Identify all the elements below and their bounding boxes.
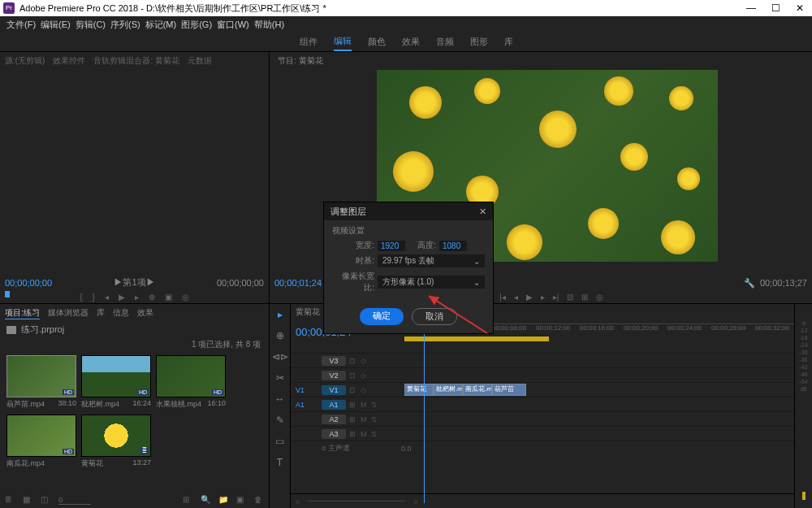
sequence-tab[interactable]: 黄菊花 xyxy=(296,306,320,318)
source-tab-mixer[interactable]: 音轨剪辑混合器: 黄菊花 xyxy=(93,55,179,67)
ok-button[interactable]: 确定 xyxy=(360,308,404,325)
prog-lift-icon[interactable]: ⊟ xyxy=(567,293,573,302)
menu-clip[interactable]: 剪辑(C) xyxy=(76,19,106,31)
toggle-output-icon[interactable]: ⊡ xyxy=(349,386,356,394)
program-tab[interactable]: 节目: 黄菊花 xyxy=(274,52,326,70)
toggle-lock-icon[interactable]: S xyxy=(372,401,377,409)
track-label-v2[interactable]: V2 xyxy=(322,371,346,380)
delete-icon[interactable]: 🗑 xyxy=(254,495,264,505)
project-tab-project[interactable]: 项目:练习 xyxy=(5,307,40,319)
source-step-back-icon[interactable]: ◂ xyxy=(105,293,109,302)
toggle-mute-icon[interactable]: ⊞ xyxy=(349,415,356,423)
pen-tool-icon[interactable]: ✎ xyxy=(274,415,286,426)
source-overwrite-icon[interactable]: ▣ xyxy=(165,293,172,302)
prog-extract-icon[interactable]: ⊞ xyxy=(581,293,588,302)
maximize-button[interactable]: ☐ xyxy=(763,0,788,16)
zoom-slider[interactable]: o xyxy=(58,495,91,505)
source-export-frame-icon[interactable]: ◎ xyxy=(182,293,189,302)
menu-help[interactable]: 帮助(H) xyxy=(254,19,284,31)
toggle-mute-icon[interactable]: ⊞ xyxy=(349,430,356,438)
track-label-v1[interactable]: V1 xyxy=(322,385,346,395)
source-mark-out-icon[interactable]: } xyxy=(93,293,95,302)
auto-seq-icon[interactable]: ⊞ xyxy=(183,495,192,505)
project-tab-effects[interactable]: 效果 xyxy=(137,307,153,319)
toggle-lock-icon[interactable]: ◇ xyxy=(361,371,366,380)
timeline-zoom-out-icon[interactable]: ○ xyxy=(296,497,300,506)
wrench-icon[interactable]: 🔧 xyxy=(744,278,755,288)
height-input[interactable]: 1080 xyxy=(439,241,467,251)
source-tab-effectcontrols[interactable]: 效果控件 xyxy=(53,55,85,67)
prog-step-fwd-icon[interactable]: ▸ xyxy=(541,293,545,302)
source-play-icon[interactable]: ▶ xyxy=(119,293,125,302)
freeform-view-icon[interactable]: ◫ xyxy=(41,495,50,505)
timebase-dropdown[interactable]: 29.97 fps 丢帧⌄ xyxy=(378,254,485,267)
toggle-lock-icon[interactable]: S xyxy=(372,430,377,438)
prog-go-out-icon[interactable]: ▸| xyxy=(553,293,559,302)
find-icon[interactable]: 🔍 xyxy=(201,495,210,505)
prog-export-frame-icon[interactable]: ◎ xyxy=(596,293,603,302)
clip-thumb[interactable]: HD xyxy=(156,355,226,397)
toggle-output-icon[interactable]: ⊡ xyxy=(349,357,356,365)
par-dropdown[interactable]: 方形像素 (1.0)⌄ xyxy=(378,276,485,289)
minimize-button[interactable]: — xyxy=(739,0,763,16)
tab-audio[interactable]: 音频 xyxy=(436,33,454,50)
track-label-a2[interactable]: A2 xyxy=(322,415,346,424)
dialog-close-icon[interactable]: ✕ xyxy=(479,206,486,217)
toggle-lock-icon[interactable]: ◇ xyxy=(361,386,366,394)
menu-graphics[interactable]: 图形(G) xyxy=(181,19,212,31)
toggle-solo-icon[interactable]: M xyxy=(361,415,367,423)
menu-window[interactable]: 窗口(W) xyxy=(217,19,249,31)
source-zoom[interactable]: ▶第1项▶ xyxy=(114,276,154,289)
source-insert-icon[interactable]: ⊕ xyxy=(149,293,155,302)
clip-v1-3[interactable]: 南瓜花.m xyxy=(463,384,492,396)
clip-thumb[interactable]: HD xyxy=(6,415,76,457)
tab-effects[interactable]: 效果 xyxy=(402,33,420,50)
toggle-output-icon[interactable]: ⊡ xyxy=(349,371,356,380)
toggle-lock-icon[interactable]: ◇ xyxy=(361,357,366,365)
clip-v1-2[interactable]: 枇杷树.m xyxy=(434,384,463,396)
tab-color[interactable]: 颜色 xyxy=(368,33,386,50)
clip-v1-4[interactable]: 葫芦苗 xyxy=(492,384,526,396)
new-bin-icon[interactable]: 📁 xyxy=(218,495,228,505)
cancel-button[interactable]: 取消 xyxy=(412,308,457,325)
work-area-bar[interactable] xyxy=(404,336,549,341)
sequence-thumb[interactable]: ≣ xyxy=(81,415,151,457)
tab-libraries[interactable]: 库 xyxy=(504,33,513,50)
source-tab-source[interactable]: 源:(无剪辑) xyxy=(5,55,45,67)
source-tab-metadata[interactable]: 元数据 xyxy=(188,55,212,67)
source-mark-in-icon[interactable]: { xyxy=(80,293,82,302)
timeline-zoom-slider[interactable] xyxy=(308,501,405,501)
timeline-zoom-in-icon[interactable]: ○ xyxy=(413,497,417,506)
selection-tool-icon[interactable]: ▸ xyxy=(274,309,286,320)
clip-thumb[interactable]: HD xyxy=(81,355,151,397)
toggle-solo-icon[interactable]: M xyxy=(361,430,367,438)
track-label-v3[interactable]: V3 xyxy=(322,356,346,366)
clip-v1-1[interactable]: 黄菊花 xyxy=(404,384,434,396)
icon-view-icon[interactable]: ▦ xyxy=(23,495,32,505)
track-select-tool-icon[interactable]: ⊕ xyxy=(274,330,286,341)
razor-tool-icon[interactable]: ✂ xyxy=(274,372,286,384)
ripple-tool-icon[interactable]: ⊲⊳ xyxy=(274,351,286,363)
rectangle-tool-icon[interactable]: ▭ xyxy=(274,436,286,447)
slip-tool-icon[interactable]: ↔ xyxy=(274,393,286,405)
track-label-a1[interactable]: A1 xyxy=(322,400,346,410)
prog-go-in-icon[interactable]: |◂ xyxy=(499,293,506,302)
prog-play-icon[interactable]: ▶ xyxy=(526,293,533,302)
project-tab-info[interactable]: 信息 xyxy=(113,307,129,319)
tab-assembly[interactable]: 组件 xyxy=(300,33,317,50)
track-label-a3[interactable]: A3 xyxy=(322,429,346,439)
menu-file[interactable]: 文件(F) xyxy=(6,19,36,31)
toggle-mute-icon[interactable]: ⊞ xyxy=(349,401,356,409)
tab-graphics[interactable]: 图形 xyxy=(470,33,488,50)
type-tool-icon[interactable]: T xyxy=(274,457,286,468)
width-input[interactable]: 1920 xyxy=(378,241,405,251)
prog-step-back-icon[interactable]: ◂ xyxy=(514,293,518,302)
new-item-icon[interactable]: ▣ xyxy=(236,495,246,505)
tab-editing[interactable]: 编辑 xyxy=(334,33,352,51)
menu-sequence[interactable]: 序列(S) xyxy=(110,19,140,31)
close-button[interactable]: ✕ xyxy=(788,0,812,16)
project-tab-lib[interactable]: 库 xyxy=(97,307,105,319)
menu-markers[interactable]: 标记(M) xyxy=(145,19,177,31)
toggle-solo-icon[interactable]: M xyxy=(361,401,367,409)
menu-edit[interactable]: 编辑(E) xyxy=(41,19,71,31)
